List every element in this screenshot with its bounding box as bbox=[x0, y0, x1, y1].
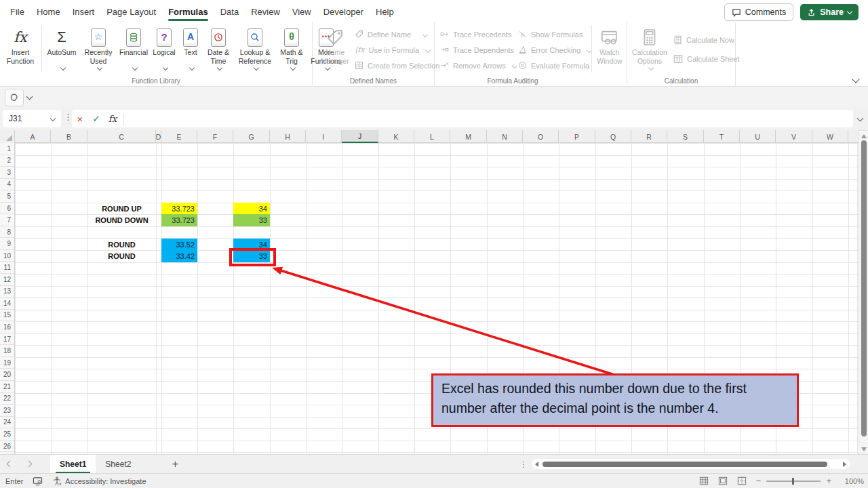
calculate-sheet-button[interactable]: Calculate Sheet bbox=[673, 49, 740, 68]
share-button[interactable]: Share bbox=[800, 4, 859, 20]
page-layout-view-button[interactable] bbox=[718, 476, 728, 485]
cancel-entry-button[interactable]: × bbox=[72, 113, 88, 125]
row-header-19[interactable]: 19 bbox=[0, 357, 14, 369]
lookup-reference-button[interactable]: Lookup & Reference bbox=[234, 22, 276, 75]
insert-function-button[interactable]: fx Insert Function bbox=[1, 22, 39, 75]
cell-e6-value[interactable]: 33.723 bbox=[161, 203, 197, 215]
lasso-select-button[interactable] bbox=[5, 89, 24, 106]
row-header-18[interactable]: 18 bbox=[0, 345, 14, 357]
column-header-s[interactable]: S bbox=[667, 130, 704, 143]
financial-button[interactable]: Financial bbox=[117, 22, 150, 75]
row-header-26[interactable]: 26 bbox=[0, 441, 14, 453]
zoom-slider[interactable]: − + bbox=[756, 476, 831, 486]
vertical-scrollbar[interactable] bbox=[859, 131, 868, 454]
autosum-button[interactable]: Σ AutoSum bbox=[44, 22, 79, 75]
confirm-entry-button[interactable]: ✓ bbox=[88, 113, 104, 124]
calculation-options-button[interactable]: Calculation Options bbox=[629, 22, 671, 75]
normal-view-button[interactable] bbox=[699, 476, 709, 485]
name-manager-button[interactable]: Name Manager bbox=[317, 22, 353, 75]
new-sheet-button[interactable]: + bbox=[165, 455, 185, 473]
row-header-8[interactable]: 8 bbox=[0, 226, 14, 239]
accessibility-checker[interactable]: Accessibility: Investigate bbox=[52, 476, 146, 486]
menu-tab-help[interactable]: Help bbox=[370, 1, 400, 22]
menu-tab-review[interactable]: Review bbox=[245, 1, 286, 22]
column-header-n[interactable]: N bbox=[487, 130, 523, 143]
row-header-15[interactable]: 15 bbox=[0, 310, 14, 322]
column-header-r[interactable]: R bbox=[631, 130, 667, 143]
column-header-i[interactable]: I bbox=[306, 130, 342, 143]
expand-formula-bar-chevron-icon[interactable] bbox=[857, 115, 864, 122]
column-header-e[interactable]: E bbox=[161, 130, 197, 143]
zoom-out-button[interactable]: − bbox=[756, 476, 762, 486]
column-header-m[interactable]: M bbox=[450, 130, 487, 143]
row-header-13[interactable]: 13 bbox=[0, 286, 14, 298]
row-header-20[interactable]: 20 bbox=[0, 369, 14, 381]
column-header-k[interactable]: K bbox=[378, 130, 414, 143]
cell-e7-value[interactable]: 33.723 bbox=[161, 214, 197, 226]
zoom-track[interactable] bbox=[766, 481, 821, 482]
row-header-4[interactable]: 4 bbox=[0, 179, 14, 191]
cell-e10-value[interactable]: 33.42 bbox=[161, 250, 197, 262]
row-header-23[interactable]: 23 bbox=[0, 405, 14, 417]
row-header-24[interactable]: 24 bbox=[0, 417, 14, 429]
menu-tab-view[interactable]: View bbox=[286, 1, 317, 22]
column-header-d[interactable]: D bbox=[156, 130, 161, 143]
trace-dependents-button[interactable]: Trace Dependents bbox=[440, 42, 517, 58]
cell-g6-result[interactable]: 34 bbox=[233, 203, 270, 215]
column-header-o[interactable]: O bbox=[523, 130, 559, 143]
date-time-button[interactable]: Date & Time bbox=[203, 22, 234, 75]
prev-sheet-button[interactable] bbox=[0, 455, 19, 473]
column-header-g[interactable]: G bbox=[233, 130, 270, 143]
row-header-10[interactable]: 10 bbox=[0, 250, 14, 262]
remove-arrows-button[interactable]: Remove Arrows bbox=[440, 58, 517, 73]
column-header-j[interactable]: J bbox=[342, 130, 378, 143]
formula-input[interactable] bbox=[127, 110, 853, 127]
create-from-selection-button[interactable]: Create from Selection bbox=[355, 58, 439, 73]
row-header-2[interactable]: 2 bbox=[0, 155, 14, 167]
column-header-f[interactable]: F bbox=[197, 130, 233, 143]
menu-tab-developer[interactable]: Developer bbox=[317, 1, 370, 22]
row-header-25[interactable]: 25 bbox=[0, 428, 14, 441]
scroll-down-arrow-icon[interactable] bbox=[861, 447, 867, 451]
recently-used-button[interactable]: ☆ Recently Used bbox=[79, 22, 117, 75]
cell-c9-label[interactable]: ROUND bbox=[87, 239, 156, 251]
menu-tab-formulas[interactable]: Formulas bbox=[162, 1, 214, 22]
column-header-b[interactable]: B bbox=[51, 130, 87, 143]
column-header-c[interactable]: C bbox=[87, 130, 156, 143]
row-header-16[interactable]: 16 bbox=[0, 321, 14, 333]
scroll-up-arrow-icon[interactable] bbox=[861, 134, 867, 138]
row-header-3[interactable]: 3 bbox=[0, 167, 14, 179]
show-formulas-button[interactable]: fx Show Formulas bbox=[518, 26, 591, 42]
row-header-22[interactable]: 22 bbox=[0, 393, 14, 405]
scroll-right-arrow-icon[interactable] bbox=[843, 462, 846, 467]
menu-tab-home[interactable]: Home bbox=[31, 1, 66, 22]
evaluate-formula-button[interactable]: fx Evaluate Formula bbox=[518, 58, 591, 73]
column-header-v[interactable]: V bbox=[776, 130, 812, 143]
use-in-formula-button[interactable]: ⟨fx Use in Formula bbox=[355, 42, 439, 58]
qat-customize-chevron-icon[interactable] bbox=[26, 94, 33, 100]
zoom-level[interactable]: 100% bbox=[841, 477, 864, 485]
row-header-17[interactable]: 17 bbox=[0, 333, 14, 346]
column-header-w[interactable]: W bbox=[812, 130, 848, 143]
insert-function-fx-button[interactable]: fx bbox=[104, 113, 121, 124]
column-header-q[interactable]: Q bbox=[595, 130, 631, 143]
row-header-9[interactable]: 9 bbox=[0, 238, 14, 250]
error-checking-button[interactable]: Error Checking bbox=[518, 42, 591, 58]
scroll-left-arrow-icon[interactable] bbox=[535, 462, 538, 467]
column-header-h[interactable]: H bbox=[270, 130, 306, 143]
row-header-7[interactable]: 7 bbox=[0, 214, 14, 226]
sheet-tab-sheet2[interactable]: Sheet2 bbox=[96, 455, 140, 473]
math-trig-button[interactable]: θ Math & Trig bbox=[276, 22, 307, 75]
text-button[interactable]: A Text bbox=[178, 22, 203, 75]
select-all-corner[interactable] bbox=[0, 130, 15, 143]
name-box[interactable]: J31 bbox=[3, 110, 61, 127]
column-header-t[interactable]: T bbox=[704, 130, 740, 143]
cell-c7-label[interactable]: ROUND DOWN bbox=[87, 214, 156, 226]
sheet-tab-sheet1[interactable]: Sheet1 bbox=[50, 455, 96, 473]
next-sheet-button[interactable] bbox=[19, 455, 38, 473]
page-break-preview-button[interactable] bbox=[737, 476, 747, 485]
trace-precedents-button[interactable]: Trace Precedents bbox=[440, 26, 517, 42]
logical-button[interactable]: ? Logical bbox=[150, 22, 178, 75]
row-header-11[interactable]: 11 bbox=[0, 262, 14, 274]
zoom-in-button[interactable]: + bbox=[826, 476, 831, 486]
